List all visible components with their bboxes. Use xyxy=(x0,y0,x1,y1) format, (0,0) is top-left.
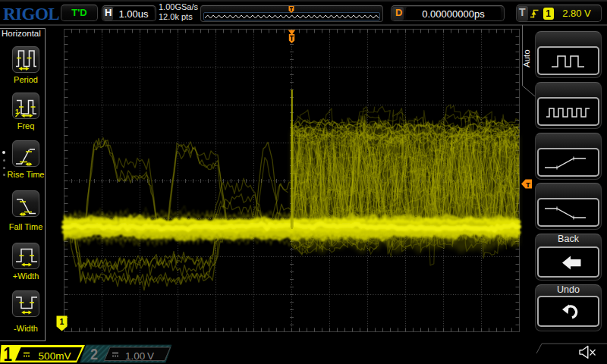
svg-text:1: 1 xyxy=(4,344,13,364)
svg-text:500mV: 500mV xyxy=(39,350,71,362)
svg-text:1.00 V: 1.00 V xyxy=(125,350,154,362)
svg-text:1: 1 xyxy=(60,317,64,326)
svg-text:T: T xyxy=(526,180,530,189)
svg-text:2: 2 xyxy=(90,345,98,363)
